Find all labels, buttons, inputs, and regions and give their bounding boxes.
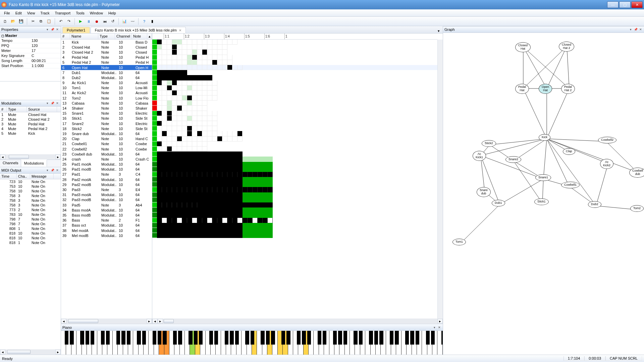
arm-cell[interactable]: [152, 45, 157, 50]
pause-icon[interactable]: ⏸: [85, 18, 92, 25]
close-icon[interactable]: ✕: [55, 168, 59, 172]
modulation-row[interactable]: 2MuteClosed Hat 2: [0, 117, 61, 122]
arm-cell[interactable]: [152, 182, 157, 187]
arm-cell[interactable]: [152, 233, 157, 238]
piano-white-key[interactable]: [345, 331, 350, 355]
arm-cell[interactable]: [152, 146, 157, 152]
close-icon[interactable]: ✕: [437, 325, 441, 329]
open-icon[interactable]: 📂: [9, 18, 17, 25]
piano-white-key[interactable]: [123, 331, 128, 355]
piano-white-key[interactable]: [401, 331, 407, 355]
piano-white-key[interactable]: [195, 331, 200, 355]
piano-white-key[interactable]: [154, 331, 159, 355]
arm-cell[interactable]: [152, 136, 157, 141]
step-row[interactable]: [152, 60, 437, 65]
piano-white-key[interactable]: [360, 331, 365, 355]
piano-white-key[interactable]: [206, 331, 211, 355]
document-tab[interactable]: Polymeter1: [62, 27, 90, 33]
arm-cell[interactable]: [152, 75, 157, 80]
piano-keyboard[interactable]: [61, 331, 443, 355]
piano-white-key[interactable]: [304, 331, 309, 355]
step-row[interactable]: [152, 141, 437, 146]
piano-white-key[interactable]: [381, 331, 386, 355]
step-row[interactable]: [152, 126, 437, 131]
piano-white-key[interactable]: [288, 331, 293, 355]
dropdown-icon[interactable]: ▾: [45, 101, 49, 105]
piano-white-key[interactable]: [407, 331, 412, 355]
new-icon[interactable]: 🗋: [1, 18, 9, 25]
piano-white-key[interactable]: [391, 331, 396, 355]
piano-white-key[interactable]: [128, 331, 133, 355]
piano-white-key[interactable]: [164, 331, 169, 355]
piano-white-key[interactable]: [82, 331, 87, 355]
track-row[interactable]: 8Dub2Modulat..1064: [61, 75, 152, 80]
graph-node[interactable]: ClosedHat 2: [559, 42, 574, 52]
step-row[interactable]: [152, 162, 437, 167]
arm-cell[interactable]: [152, 172, 157, 177]
track-row[interactable]: 35Bass modBModulat..1064: [61, 213, 152, 218]
track-row[interactable]: 22Cowbell2Note10Cowbe: [61, 146, 152, 152]
column-header[interactable]: Type: [7, 107, 27, 112]
track-row[interactable]: 14ShakerNote10Shaker: [61, 106, 152, 111]
step-row[interactable]: [152, 228, 437, 233]
track-row[interactable]: 25Pad1 modAModulat..1064: [61, 162, 152, 167]
arm-cell[interactable]: [152, 218, 157, 223]
piano-white-key[interactable]: [236, 331, 241, 355]
piano-white-key[interactable]: [87, 331, 92, 355]
piano-white-key[interactable]: [365, 331, 370, 355]
copy-icon[interactable]: ⧉: [37, 18, 45, 25]
property-row[interactable]: Key SignatureC: [0, 53, 61, 58]
piano-white-key[interactable]: [200, 331, 205, 355]
arm-cell[interactable]: [152, 55, 157, 60]
menu-file[interactable]: File: [1, 10, 13, 16]
column-header[interactable]: Time: [0, 174, 17, 179]
h-scrollbar[interactable]: ◂▸: [0, 349, 61, 355]
property-row[interactable]: Tempo130: [0, 38, 61, 43]
step-row[interactable]: [152, 146, 437, 152]
graph-node[interactable]: Kick: [539, 134, 550, 141]
step-row[interactable]: [152, 167, 437, 172]
step-row[interactable]: [152, 65, 437, 70]
piano-white-key[interactable]: [247, 331, 252, 355]
step-row[interactable]: [152, 213, 437, 218]
piano-white-key[interactable]: [334, 331, 339, 355]
piano-white-key[interactable]: [97, 331, 102, 355]
step-row[interactable]: [152, 182, 437, 187]
piano-white-key[interactable]: [376, 331, 381, 355]
tab-modulations[interactable]: Modulations: [21, 160, 47, 167]
track-row[interactable]: 13CabasaNote10Cabasa: [61, 101, 152, 106]
piano-white-key[interactable]: [252, 331, 257, 355]
step-row[interactable]: [152, 218, 437, 223]
dropdown-icon[interactable]: ▾: [45, 27, 49, 32]
track-row[interactable]: 6Open HatNote10Open H: [61, 65, 152, 70]
step-row[interactable]: [152, 136, 437, 141]
piano-white-key[interactable]: [262, 331, 267, 355]
graph-canvas[interactable]: ClosedHatClosedHat 2PedalHatOpenHatPedal…: [443, 33, 644, 355]
step-row[interactable]: [152, 207, 437, 213]
piano-white-key[interactable]: [350, 331, 355, 355]
piano-white-key[interactable]: [298, 331, 303, 355]
piano-white-key[interactable]: [211, 331, 216, 355]
arm-cell[interactable]: [152, 121, 157, 126]
graph-node[interactable]: OpenHat: [539, 84, 552, 94]
arm-cell[interactable]: [152, 65, 157, 70]
piano-white-key[interactable]: [221, 331, 226, 355]
graph-node[interactable]: Dub1: [492, 200, 505, 206]
property-row[interactable]: PPQ120: [0, 43, 61, 48]
piano-white-key[interactable]: [139, 331, 144, 355]
track-row[interactable]: 32Pad3 modBModulat..1064: [61, 197, 152, 202]
modulation-row[interactable]: 1MuteClosed Hat: [0, 112, 61, 117]
property-row[interactable]: Song Length00:08:21: [0, 58, 61, 63]
track-row[interactable]: 37Bass octModulat..1064: [61, 223, 152, 228]
track-row[interactable]: 1KickNote10Bass D: [61, 40, 152, 45]
step-row[interactable]: [152, 172, 437, 177]
track-row[interactable]: 24crashNote10Crash C: [61, 157, 152, 162]
menu-tools[interactable]: Tools: [73, 10, 87, 16]
piano-white-key[interactable]: [386, 331, 391, 355]
piano-white-key[interactable]: [412, 331, 417, 355]
step-row[interactable]: [152, 177, 437, 182]
arm-cell[interactable]: [152, 187, 157, 192]
step-row[interactable]: [152, 50, 437, 55]
step-row[interactable]: [152, 80, 437, 85]
graph-node[interactable]: PedalHat 2: [561, 84, 575, 94]
